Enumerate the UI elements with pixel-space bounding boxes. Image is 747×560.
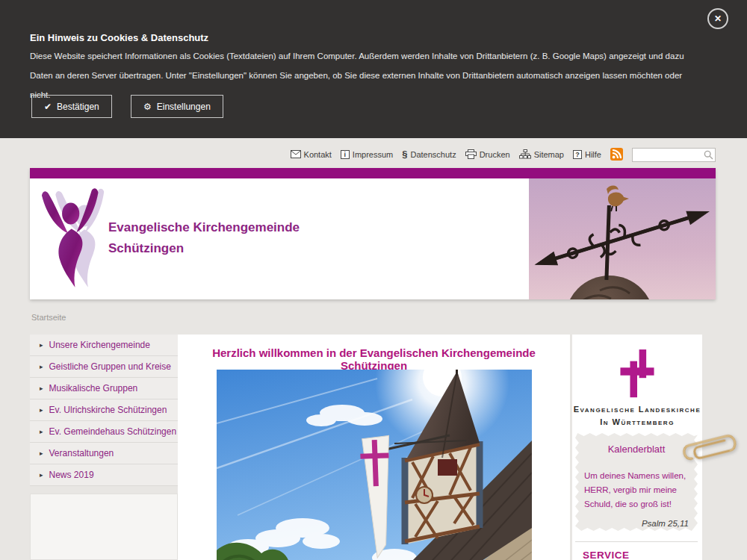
sidebar-item-label: Unsere Kirchengemeinde: [49, 340, 150, 350]
nav-label: Impressum: [353, 150, 393, 159]
main-menu: ▸ Unsere Kirchengemeinde ▸ Geistliche Gr…: [30, 335, 178, 486]
church-photo: [217, 370, 532, 560]
landeskirche-label[interactable]: Evangelische Landeskirche In Württemberg: [572, 403, 702, 429]
nav-label: Hilfe: [585, 150, 601, 159]
nav-label: Datenschutz: [411, 150, 456, 159]
cookie-banner: ✕ Ein Hinweis zu Cookies & Datenschutz D…: [0, 0, 747, 138]
service-nav: Kontakt i Impressum § Datenschutz Drucke…: [291, 147, 716, 161]
main-content: Herzlich willkommen in der Evangelischen…: [178, 335, 570, 560]
check-icon: ✔: [44, 102, 52, 112]
gear-icon: ⚙: [143, 102, 152, 112]
sidebar-item-news-2019[interactable]: ▸ News 2019: [30, 464, 178, 486]
confirm-button-label: Bestätigen: [57, 102, 99, 112]
settings-button-label: Einstellungen: [157, 102, 211, 112]
site-header: Evangelische Kirchengemeinde Schützingen: [30, 168, 716, 299]
sitemap-icon: [519, 149, 531, 159]
nav-drucken[interactable]: Drucken: [465, 149, 510, 159]
sidebar-item-label: Musikalische Gruppen: [49, 383, 138, 393]
landeskirche-line2: In Württemberg: [572, 416, 702, 429]
sidebar-item-ulrichskirche[interactable]: ▸ Ev. Ulrichskirche Schützingen: [30, 399, 178, 421]
nav-label: Sitemap: [534, 150, 564, 159]
settings-button[interactable]: ⚙ Einstellungen: [131, 95, 223, 118]
search-icon[interactable]: [704, 149, 713, 163]
breadcrumb[interactable]: Startseite: [31, 313, 66, 322]
header-accent-bar: [30, 168, 716, 178]
triangle-bullet-icon: ▸: [40, 363, 43, 370]
rss-icon[interactable]: [610, 148, 623, 161]
sidebar-item-label: Geistliche Gruppen und Kreise: [49, 361, 171, 372]
divider: [575, 541, 698, 542]
sidebar-item-label: Veranstaltungen: [49, 448, 114, 458]
nav-datenschutz[interactable]: § Datenschutz: [402, 149, 456, 160]
nav-hilfe[interactable]: ? Hilfe: [573, 150, 601, 159]
nav-label: Drucken: [480, 150, 510, 159]
site-title[interactable]: Evangelische Kirchengemeinde Schützingen: [108, 217, 300, 259]
landeskirche-line1: Evangelische Landeskirche: [572, 403, 702, 416]
section-icon: §: [402, 149, 407, 160]
sidebar-item-label: Ev. Gemeindehaus Schützingen: [49, 426, 177, 437]
sidebar-item-gemeindehaus[interactable]: ▸ Ev. Gemeindehaus Schützingen: [30, 421, 178, 443]
cookie-banner-title: Ein Hinweis zu Cookies & Datenschutz: [30, 32, 208, 43]
search-box: [632, 147, 716, 161]
triangle-bullet-icon: ▸: [40, 449, 43, 457]
service-heading: SERVICE: [583, 550, 630, 560]
site-title-line1: Evangelische Kirchengemeinde: [108, 217, 300, 238]
kalenderblatt-source: Psalm 25,11: [642, 519, 689, 528]
triangle-bullet-icon: ▸: [40, 406, 43, 414]
nav-impressum[interactable]: i Impressum: [341, 150, 393, 159]
help-icon: ?: [573, 150, 582, 159]
cookie-banner-text: Diese Website speichert Informationen al…: [30, 46, 687, 105]
church-figure-logo-icon[interactable]: [40, 186, 109, 292]
triangle-bullet-icon: ▸: [40, 428, 43, 435]
nav-kontakt[interactable]: Kontakt: [291, 150, 332, 159]
close-icon[interactable]: ✕: [707, 8, 728, 29]
sidebar-item-geistliche-gruppen[interactable]: ▸ Geistliche Gruppen und Kreise: [30, 356, 178, 378]
sidebar-item-label: News 2019: [49, 470, 94, 480]
info-icon: i: [341, 150, 350, 159]
triangle-bullet-icon: ▸: [40, 385, 43, 392]
page-title: Herzlich willkommen in der Evangelischen…: [178, 346, 570, 372]
weathervane-photo: [529, 178, 716, 299]
sidebar-item-musikalische-gruppen[interactable]: ▸ Musikalische Gruppen: [30, 378, 178, 399]
sidebar-item-label: Ev. Ulrichskirche Schützingen: [49, 405, 167, 415]
kalenderblatt-quote: Um deines Namens willen, HERR, vergib mi…: [584, 469, 690, 511]
nav-label: Kontakt: [304, 150, 332, 159]
envelope-icon: [291, 150, 301, 158]
sidebar-item-unsere-kirchengemeinde[interactable]: ▸ Unsere Kirchengemeinde: [30, 335, 178, 356]
landeskirche-cross-icon[interactable]: [618, 349, 657, 402]
triangle-bullet-icon: ▸: [40, 341, 43, 349]
confirm-button[interactable]: ✔ Bestätigen: [31, 95, 112, 118]
site-title-line2: Schützingen: [108, 238, 300, 259]
sidebar-secondary-panel: [30, 494, 178, 560]
printer-icon: [465, 149, 477, 159]
nav-sitemap[interactable]: Sitemap: [519, 149, 564, 159]
sidebar-item-veranstaltungen[interactable]: ▸ Veranstaltungen: [30, 443, 178, 464]
triangle-bullet-icon: ▸: [40, 471, 43, 479]
